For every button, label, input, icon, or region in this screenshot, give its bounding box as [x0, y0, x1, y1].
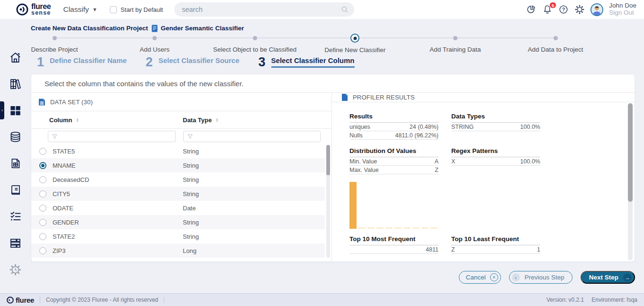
funnel-icon — [52, 134, 58, 140]
notification-badge: 5 — [549, 2, 556, 9]
datatype-header-sort[interactable]: Data Type ▲▼ — [183, 117, 219, 124]
sidebar-item-scheduler[interactable] — [0, 256, 31, 283]
stepper-step[interactable]: Add Data to Project — [503, 33, 608, 53]
table-row[interactable]: MNAMEString — [31, 158, 325, 172]
step-dot — [554, 36, 558, 40]
sidebar-item-ledger[interactable] — [0, 177, 31, 203]
avatar[interactable] — [590, 3, 603, 16]
histogram-bar — [403, 227, 411, 229]
spreadsheet-icon — [38, 98, 45, 106]
breadcrumb: Create New Data Classification Project G… — [31, 19, 644, 33]
search-bar[interactable] — [174, 2, 354, 17]
sort-icon: ▲▼ — [215, 117, 218, 122]
cancel-button[interactable]: Cancel × — [459, 271, 501, 284]
start-by-default-checkbox[interactable] — [110, 6, 117, 13]
chevron-down-icon: ▼ — [92, 7, 98, 12]
row-radio[interactable] — [39, 219, 46, 226]
brand-text: fluree sense — [31, 3, 51, 16]
table-row[interactable]: ZIP3Long — [31, 243, 325, 258]
histogram-bar — [358, 227, 366, 229]
sidebar-item-home[interactable] — [0, 44, 31, 71]
substep-select-classifier-column[interactable]: 3Select Classifier Column — [259, 56, 355, 68]
document-icon — [152, 25, 158, 32]
step-label: Add Training Data — [403, 46, 507, 53]
column-filter-input[interactable] — [48, 131, 176, 142]
row-radio[interactable] — [39, 205, 46, 212]
start-by-default-label: Start by Default — [121, 6, 163, 13]
table-row[interactable]: ODATEDate — [31, 201, 325, 215]
mini-row-label: Nulls — [349, 132, 363, 139]
column-header-label: Column — [49, 117, 72, 124]
sidebar-item-tables[interactable] — [0, 230, 31, 256]
table-row[interactable]: DeceasedCDString — [31, 172, 325, 187]
column-header-sort[interactable]: Column ▲▼ — [31, 117, 183, 124]
table-scrollbar-thumb[interactable] — [326, 145, 330, 175]
substep-select-classifier-source[interactable]: 2Select Classifier Source — [146, 56, 240, 68]
brand-logo[interactable]: fluree sense — [16, 3, 51, 16]
user-menu[interactable]: John Doe Sign Out — [609, 2, 636, 16]
row-radio[interactable] — [39, 233, 46, 240]
histogram-bar — [385, 227, 393, 229]
start-by-default-toggle[interactable]: Start by Default — [110, 6, 163, 13]
mini-row-label: STRING — [451, 124, 474, 130]
cell-datatype: Date — [183, 205, 196, 212]
row-radio[interactable] — [39, 162, 46, 169]
least-frequent-table: Top 10 Least FrequentZ1 — [451, 235, 540, 254]
value-histogram — [349, 182, 438, 229]
next-step-label: Next Step — [589, 274, 618, 281]
step-dot — [453, 36, 457, 40]
distribution-table: Distribution Of ValuesMin. ValueAMax. Va… — [349, 147, 438, 174]
profiler-scrollbar[interactable] — [628, 103, 633, 261]
footer-brand: fluree — [7, 296, 34, 304]
dataset-panel: DATA SET (30) Column ▲▼ Data Type ▲▼ — [31, 93, 332, 261]
cell-column: ZIP3 — [53, 247, 183, 254]
sidebar-item-library[interactable] — [0, 71, 31, 97]
table-row[interactable]: STATE5String — [31, 144, 325, 158]
step-dot — [350, 34, 359, 43]
previous-step-button[interactable]: ‹ Previous Step — [509, 271, 572, 284]
instruction-text: Select the column that contains the valu… — [31, 74, 635, 93]
table-row[interactable]: STATE2String — [31, 229, 325, 243]
search-input[interactable] — [182, 6, 341, 13]
module-dropdown[interactable]: Classify ▼ — [63, 5, 97, 14]
gear-icon[interactable] — [574, 4, 585, 15]
stepper-step[interactable]: Select Object to be Classified — [203, 33, 307, 53]
row-radio[interactable] — [39, 148, 46, 155]
datatype-filter-input[interactable] — [183, 131, 321, 142]
profiler-panel: PROFILER RESULTS Resultsuniques24 (0.48%… — [332, 93, 635, 261]
stepper-step[interactable]: Define New Classifier — [303, 33, 407, 54]
datatype-header-label: Data Type — [183, 117, 212, 124]
cell-column: GENDER — [53, 219, 183, 226]
sidebar-item-projects[interactable] — [0, 97, 31, 124]
row-radio[interactable] — [39, 247, 46, 254]
previous-step-label: Previous Step — [525, 274, 564, 281]
sidebar-item-datasets[interactable] — [0, 150, 31, 177]
table-row[interactable]: GENDERString — [31, 215, 325, 229]
mini-row-label: uniques — [349, 124, 370, 130]
sign-out-link[interactable]: Sign Out — [609, 9, 636, 17]
usage-pie-icon[interactable] — [526, 4, 537, 15]
mini-row-label: Max. Value — [349, 167, 379, 173]
profiler-scrollbar-thumb[interactable] — [628, 103, 633, 202]
stepper-step[interactable]: Add Users — [103, 33, 207, 53]
next-step-button[interactable]: Next Step → — [581, 271, 635, 284]
dataset-file-icon — [9, 157, 22, 170]
table-row[interactable]: CITY5String — [31, 187, 325, 201]
column-filter — [48, 131, 176, 142]
user-name: John Doe — [609, 2, 636, 9]
table-header: Column ▲▼ Data Type ▲▼ — [31, 111, 331, 129]
row-radio[interactable] — [39, 176, 46, 183]
sidebar-item-database[interactable] — [0, 124, 31, 150]
sidebar-item-tasks[interactable] — [0, 203, 31, 230]
bell-icon[interactable]: 5 — [542, 4, 553, 15]
histogram-bar — [430, 227, 438, 229]
mini-table-title: Results — [349, 113, 438, 123]
help-icon[interactable]: ? — [558, 4, 569, 15]
stepper-step[interactable]: Add Training Data — [403, 33, 507, 53]
footer-divider — [40, 297, 40, 303]
substep-define-classifier-name[interactable]: 1Define Classifier Name — [37, 56, 127, 68]
breadcrumb-current: Gender Semantic Classifier — [161, 25, 244, 32]
sidebar-active-indicator[interactable]: › — [0, 101, 4, 119]
table-scrollbar[interactable] — [326, 145, 330, 258]
row-radio[interactable] — [39, 190, 46, 198]
